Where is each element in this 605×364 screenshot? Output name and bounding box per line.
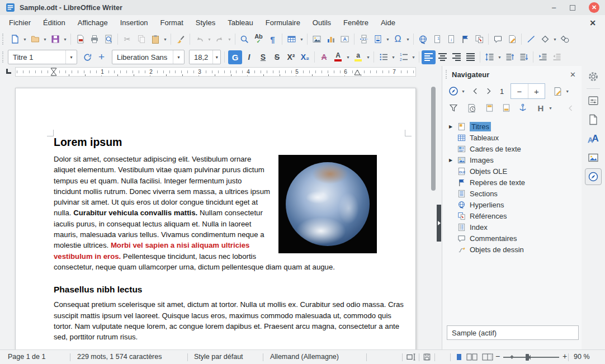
navigator-document-selector[interactable]: Sample (actif) <box>447 325 579 340</box>
copy-icon[interactable] <box>134 32 148 46</box>
insert-table-icon[interactable] <box>285 32 299 46</box>
special-character-icon[interactable]: Ω <box>391 32 405 46</box>
new-style-icon[interactable]: + <box>94 50 108 64</box>
increase-indent-icon[interactable] <box>536 50 550 64</box>
tree-item-objets-de-dessin[interactable]: Objets de dessin <box>442 244 582 255</box>
increase-paragraph-spacing-icon[interactable] <box>503 50 517 64</box>
save-status-icon[interactable] <box>423 353 431 361</box>
insert-text-box-icon[interactable]: A <box>338 32 352 46</box>
word-count-status[interactable]: 229 mots, 1 574 caractères <box>77 353 162 361</box>
panel-grip[interactable] <box>446 70 448 79</box>
numbered-list-icon[interactable]: 12 <box>396 50 410 64</box>
sidebar-hide-handle[interactable] <box>437 205 441 242</box>
document-text-area[interactable]: Lorem ipsum Dolor sit amet, consectetur … <box>54 135 405 342</box>
font-color-button[interactable]: A <box>331 50 345 64</box>
header-icon[interactable] <box>483 101 496 115</box>
menu-format[interactable]: Format <box>154 16 190 29</box>
menu-formulaire[interactable]: Formulaire <box>259 16 306 29</box>
insert-hyperlink-icon[interactable] <box>416 32 430 46</box>
horizontal-ruler[interactable]: 1 2 3 4 5 6 7 <box>15 67 416 77</box>
paste-icon[interactable] <box>148 32 162 46</box>
close-document-icon[interactable]: ✕ <box>589 18 596 27</box>
vertical-scrollbar[interactable] <box>431 78 437 349</box>
document-workspace[interactable]: Lorem ipsum Dolor sit amet, consectetur … <box>0 78 431 349</box>
font-color-dropdown[interactable]: ▼ <box>345 50 351 64</box>
right-margin-marker[interactable] <box>354 69 361 75</box>
insert-bookmark-icon[interactable] <box>458 32 472 46</box>
insert-field-dropdown[interactable]: ▼ <box>385 32 391 46</box>
tab-properties-icon[interactable] <box>585 92 602 109</box>
insert-chart-icon[interactable] <box>324 32 338 46</box>
redo-icon[interactable] <box>212 32 226 46</box>
book-view-icon[interactable] <box>482 353 493 361</box>
undo-icon[interactable] <box>192 32 206 46</box>
paragraph-style-combo[interactable]: Titre 1▾ <box>8 50 77 64</box>
find-replace-icon[interactable] <box>238 32 252 46</box>
document-page[interactable]: Lorem ipsum Dolor sit amet, consectetur … <box>15 88 416 349</box>
multi-page-view-icon[interactable] <box>466 353 478 361</box>
expander-icon[interactable]: ▶ <box>449 158 457 163</box>
tab-stop-selector[interactable] <box>6 69 11 74</box>
anchor-icon[interactable] <box>516 101 530 115</box>
zoom-in-button[interactable]: + <box>563 352 567 361</box>
insert-footnote-icon[interactable]: 1 <box>430 32 444 46</box>
language-status[interactable]: Allemand (Allemagne) <box>270 353 339 361</box>
formatting-marks-icon[interactable]: ¶ <box>266 32 280 46</box>
tab-page-icon[interactable] <box>585 111 602 128</box>
bullet-list-icon[interactable] <box>376 50 390 64</box>
font-name-dropdown[interactable]: ▾ <box>173 50 184 64</box>
tree-item-images[interactable]: ▶Images <box>442 154 582 166</box>
document-heading-1[interactable]: Lorem ipsum <box>54 135 405 149</box>
next-icon[interactable] <box>482 84 495 98</box>
menu-fichier[interactable]: Fichier <box>3 16 37 29</box>
tab-navigator-icon[interactable] <box>585 168 602 185</box>
spelling-icon[interactable]: Ab✓ <box>252 32 266 46</box>
font-size-dropdown[interactable]: ▾ <box>212 50 220 64</box>
tree-item-hyperliens[interactable]: Hyperliens <box>442 199 582 210</box>
font-name-combo[interactable]: Liberation Sans▾ <box>112 50 185 64</box>
document-paragraph-1[interactable]: Dolor sit amet, consectetur adipiscing e… <box>54 154 405 272</box>
menu-tableau[interactable]: Tableau <box>221 16 259 29</box>
highlight-color-dropdown[interactable]: ▼ <box>365 50 371 64</box>
drag-mode-dropdown[interactable]: ▼ <box>564 84 570 98</box>
export-pdf-icon[interactable] <box>73 32 87 46</box>
decrease-paragraph-spacing-icon[interactable] <box>517 50 531 64</box>
tree-item-sections[interactable]: Sections <box>442 188 582 199</box>
open-file-icon[interactable] <box>28 32 42 46</box>
page-count-status[interactable]: Page 1 de 1 <box>8 353 45 361</box>
promote-level-icon[interactable] <box>564 101 577 115</box>
strikethrough-button[interactable]: S <box>270 50 284 64</box>
save-dropdown[interactable]: ▼ <box>62 32 68 46</box>
page-spin-minus[interactable]: − <box>511 84 528 98</box>
save-icon[interactable] <box>48 32 62 46</box>
menu-outils[interactable]: Outils <box>306 16 337 29</box>
print-preview-icon[interactable] <box>101 32 115 46</box>
menu-insertion[interactable]: Insertion <box>114 16 154 29</box>
tree-item-cadres-de-texte[interactable]: Cadres de texte <box>442 143 582 154</box>
heading-levels-dropdown[interactable]: ▼ <box>547 101 554 115</box>
print-icon[interactable] <box>87 32 101 46</box>
single-page-view-icon[interactable] <box>456 353 462 361</box>
tree-item-titres[interactable]: ▶Titres <box>442 121 582 132</box>
line-spacing-icon[interactable] <box>483 50 497 64</box>
insert-mode-icon[interactable] <box>407 353 416 361</box>
navigate-by-icon[interactable] <box>447 84 460 98</box>
insert-field-icon[interactable] <box>371 32 385 46</box>
superscript-button[interactable]: X² <box>284 50 298 64</box>
filter-icon[interactable] <box>447 101 460 115</box>
page-number-value[interactable]: 1 <box>500 87 504 96</box>
restore-button[interactable] <box>570 5 575 11</box>
undo-dropdown[interactable]: ▼ <box>206 32 212 46</box>
expander-icon[interactable]: ▶ <box>449 124 457 129</box>
earth-image[interactable] <box>278 155 377 253</box>
menu-fenetre[interactable]: Fenêtre <box>337 16 375 29</box>
draw-functions-icon[interactable] <box>558 32 572 46</box>
paragraph-style-dropdown[interactable]: ▾ <box>65 50 77 64</box>
insert-table-dropdown[interactable]: ▼ <box>299 32 305 46</box>
page-break-icon[interactable] <box>357 32 371 46</box>
navigate-by-dropdown[interactable]: ▼ <box>460 84 466 98</box>
drag-mode-icon[interactable] <box>551 84 564 98</box>
tree-item-reperes-de-texte[interactable]: Repères de texte <box>442 177 582 188</box>
menu-aide[interactable]: Aide <box>375 16 401 29</box>
basic-shapes-dropdown[interactable]: ▼ <box>552 32 558 46</box>
